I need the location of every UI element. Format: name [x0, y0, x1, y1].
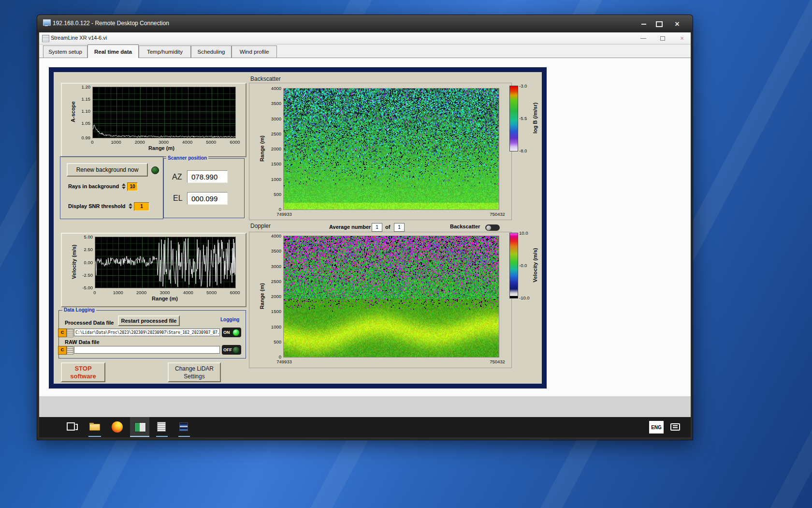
- rdp-window-title: 192.168.0.122 - Remote Desktop Connectio…: [53, 20, 169, 27]
- tick-label: 5000: [205, 290, 218, 295]
- tick-label: 1000: [265, 177, 281, 182]
- backscatter-x-end: 750432: [483, 211, 512, 217]
- spinner-down-icon: [129, 207, 132, 209]
- action-center-icon[interactable]: [670, 423, 680, 431]
- spinner-up-icon: [122, 183, 126, 186]
- processed-path-field[interactable]: C:\Lidar\Data\Proc\2023\202309\20230907\…: [74, 329, 220, 336]
- doppler-x-start: 749933: [270, 359, 299, 364]
- tick-label: 2000: [135, 290, 148, 295]
- tick-label: 1.05: [75, 120, 90, 126]
- rdp-minimize-button[interactable]: [637, 19, 651, 30]
- rdp-titlebar[interactable]: 192.168.0.122 - Remote Desktop Connectio…: [37, 15, 693, 32]
- task-view-shape: [67, 422, 75, 431]
- tick-label: 3000: [157, 139, 171, 145]
- raw-data-file-label: RAW Data file: [65, 339, 100, 345]
- app-minimize-button[interactable]: —: [637, 34, 650, 42]
- snr-value-field[interactable]: 1: [134, 202, 149, 211]
- tick-label: 4000: [181, 139, 194, 145]
- tick-label: 2500: [265, 131, 281, 136]
- average-total-field[interactable]: 1: [394, 223, 405, 232]
- on-label: ON: [223, 330, 230, 335]
- firefox-shape: [112, 421, 123, 433]
- doppler-x-end: 750432: [483, 359, 512, 364]
- restart-processed-file-button[interactable]: Restart processed file: [118, 315, 180, 326]
- tick-label: 1000: [109, 139, 123, 145]
- file-explorer-icon[interactable]: [89, 423, 100, 431]
- scan-scheduler-icon[interactable]: [157, 422, 166, 432]
- logging-label: Logging: [219, 317, 241, 322]
- tick-label: 4000: [265, 233, 281, 239]
- rdp-maximize-button[interactable]: [652, 19, 667, 30]
- processed-data-file-label: Processed Data file: [65, 320, 114, 326]
- rays-spinner[interactable]: [121, 182, 126, 190]
- task-view-icon[interactable]: [65, 421, 78, 432]
- desktop: 192.168.0.122 - Remote Desktop Connectio…: [0, 0, 812, 508]
- tab-wind-profile[interactable]: Wind profile: [232, 45, 277, 58]
- backscatter-overlay-toggle[interactable]: [485, 224, 500, 231]
- active-app-taskbar-button[interactable]: [130, 417, 149, 437]
- tab-temp-humidity[interactable]: Temp/humidity: [139, 45, 191, 58]
- tick-label: 6000: [228, 139, 242, 145]
- tick-label: 0: [88, 290, 102, 295]
- tab-scheduling[interactable]: Scheduling: [191, 45, 232, 58]
- backscatter-x-start: 749933: [270, 211, 299, 217]
- tick-label: 3000: [265, 264, 281, 269]
- az-value-field[interactable]: 078.990: [187, 170, 228, 183]
- el-value-field[interactable]: 000.099: [187, 192, 228, 205]
- doppler-colorbar: [509, 233, 518, 299]
- app-titlebar[interactable]: StreamLine XR v14-6.vi — ×: [39, 32, 691, 45]
- logger-app-icon[interactable]: [179, 422, 188, 431]
- snr-spinner[interactable]: [128, 202, 133, 210]
- rays-value-field[interactable]: 10: [127, 182, 138, 191]
- tick-label: 3000: [265, 116, 281, 121]
- velocity-plot: [95, 237, 236, 288]
- processed-logging-toggle[interactable]: ON: [222, 328, 241, 337]
- folder-shape: [89, 424, 100, 431]
- raw-browse-icon[interactable]: [67, 346, 73, 355]
- doppler-title: Doppler: [250, 223, 271, 229]
- language-indicator[interactable]: ENG: [649, 421, 664, 433]
- stop-software-button[interactable]: STOP software: [61, 362, 105, 382]
- tick-label: 0: [265, 207, 281, 212]
- task-view-shape: [75, 424, 78, 430]
- running-indicator: [88, 436, 101, 437]
- tab-system-setup[interactable]: System setup: [43, 45, 87, 58]
- velocity-x-axis-label: Range (m): [126, 296, 203, 301]
- processed-drive-icon[interactable]: C: [58, 329, 67, 337]
- logging-off-led: [232, 346, 240, 354]
- running-indicator: [156, 436, 168, 437]
- average-number-label: Average number: [329, 224, 371, 230]
- tick-label: 3500: [265, 101, 281, 106]
- tick-label: 1.20: [75, 84, 90, 90]
- app-restore-button[interactable]: [656, 34, 669, 42]
- tick-label: 1500: [265, 309, 281, 314]
- backscatter-heatmap: [283, 88, 499, 210]
- change-label-line2: Settings: [184, 373, 204, 380]
- tick-label: 2.50: [76, 247, 93, 252]
- tick-label: 1.10: [75, 108, 90, 114]
- average-number-field[interactable]: 1: [372, 223, 382, 232]
- minimize-icon: [641, 24, 646, 25]
- renew-status-led: [151, 166, 159, 174]
- streamline-window-icon: [134, 422, 146, 432]
- tick-label: 3500: [265, 248, 281, 254]
- active-indicator: [130, 436, 149, 437]
- renew-background-button[interactable]: Renew background now: [67, 163, 148, 177]
- toggle-knob: [486, 225, 491, 230]
- app-close-button[interactable]: ×: [675, 34, 689, 42]
- processed-browse-icon[interactable]: [67, 329, 73, 337]
- change-label-line1: Change LiDAR: [175, 365, 214, 373]
- tick-label: 5.00: [76, 234, 93, 239]
- raw-logging-toggle[interactable]: OFF: [222, 345, 241, 355]
- snr-threshold-label: Display SNR threshold: [68, 203, 126, 209]
- raw-path-field[interactable]: [74, 346, 220, 354]
- el-label: EL: [173, 194, 183, 203]
- raw-drive-icon[interactable]: C: [58, 346, 67, 355]
- tab-real-time-data[interactable]: Real time data: [87, 45, 139, 58]
- remote-desktop-icon: [43, 19, 51, 26]
- firefox-icon[interactable]: [112, 421, 123, 433]
- rdp-close-button[interactable]: ×: [668, 19, 686, 30]
- logging-on-led: [232, 329, 240, 336]
- change-lidar-settings-button[interactable]: Change LiDAR Settings: [168, 362, 221, 382]
- app-window-title: StreamLine XR v14-6.vi: [51, 35, 107, 41]
